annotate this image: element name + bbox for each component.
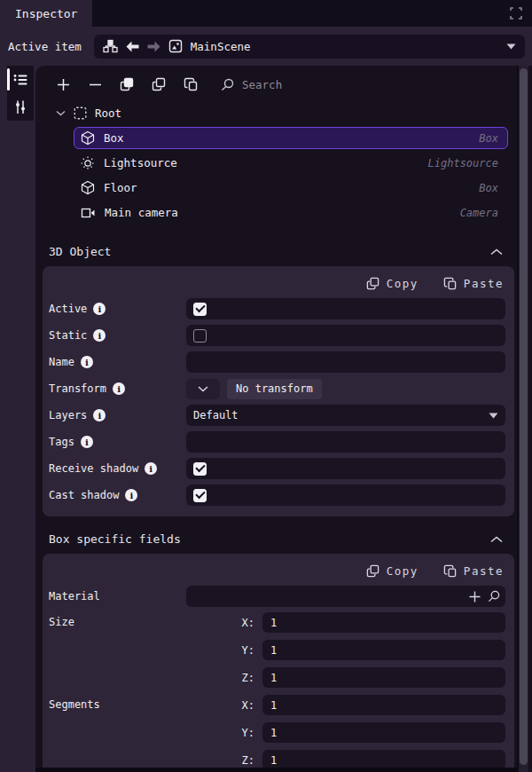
segments-y-row: Y: [49,722,505,743]
spacer [49,722,186,726]
material-field [186,586,505,607]
paste-icon [443,277,457,290]
tab-inspector[interactable]: Inspector [0,0,92,27]
paste-icon [443,564,457,578]
add-node-button[interactable] [56,77,70,91]
segments-y-field [262,722,505,743]
cast-shadow-checkbox[interactable] [193,489,207,502]
section-header-box-specific[interactable]: Box specific fields [35,522,517,554]
size-z-input[interactable] [270,672,497,684]
transform-expand-button[interactable] [186,379,220,399]
field-row-layers: Layers i Default [49,405,505,426]
tree-item-root[interactable]: Root [44,101,508,124]
name-input[interactable] [193,356,498,368]
field-label: Static i [49,329,186,342]
field-row-transform: Transform i No transform [49,378,505,399]
field-row-receive-shadow: Receive shadow i [49,458,505,479]
browse-material-button[interactable] [488,590,500,603]
tree-item-lightsource[interactable]: Lightsource Lightsource [74,152,508,174]
search-icon [221,78,234,91]
tree-item-label: Floor [104,181,479,194]
layers-select[interactable]: Default [186,405,505,426]
paste-node-button[interactable] [184,77,198,91]
material-input[interactable] [193,590,498,603]
cube-icon [81,180,95,195]
segments-label: Segments [49,695,186,711]
field-label: Layers i [49,409,186,421]
field-row-material: Material [49,586,505,607]
spacer [49,750,186,753]
size-y-input[interactable] [270,644,497,657]
active-checkbox[interactable] [193,303,207,316]
scrollbar-thumb[interactable] [520,68,528,765]
axis-z-label: Z: [186,672,262,684]
active-item-selector[interactable]: MainScene [94,35,525,59]
copy-button[interactable]: Copy [366,277,419,290]
field-label-text: Static [49,329,87,342]
copy-button-label: Copy [387,277,419,290]
tree-item-box[interactable]: Box Box [74,127,508,149]
caret-down-icon [506,43,516,50]
copy-icon [152,77,166,91]
size-x-input[interactable] [270,617,497,629]
size-x-row: Size X: [49,612,505,633]
field-label: Transform i [49,382,186,395]
field-label: Receive shadow i [49,462,186,475]
tags-input[interactable] [193,436,498,448]
tree-item-label: Box [104,131,479,145]
add-material-button[interactable] [469,591,481,603]
info-icon: i [81,436,93,448]
size-y-row: Y: [49,640,505,660]
copy-button[interactable]: Copy [366,564,419,578]
tree-item-label: Main camera [105,206,460,219]
receive-shadow-field [186,458,505,479]
segments-z-input[interactable] [270,754,497,767]
tags-field [186,431,505,453]
tree-item-floor[interactable]: Floor Box [74,177,508,199]
segments-x-row: Segments X: [49,695,505,715]
fullscreen-icon [510,7,522,20]
search-input[interactable] [242,78,508,91]
search-field [221,78,508,91]
rail-icon-panel [7,66,34,121]
section-title: Box specific fields [49,532,181,546]
receive-shadow-checkbox[interactable] [193,462,207,476]
tree-item-type: Lightsource [428,157,498,169]
paste-button[interactable]: Paste [443,564,504,578]
minus-icon [89,78,102,91]
paste-button[interactable]: Paste [443,277,504,290]
duplicate-node-button[interactable] [120,77,134,91]
sliders-icon [14,100,27,114]
hierarchy-toolbar [35,66,517,99]
field-label-text: Transform [49,382,106,395]
field-row-static: Static i [49,325,505,346]
size-x-field [262,612,505,633]
field-row-cast-shadow: Cast shadow i [49,484,505,506]
chevron-down-icon[interactable] [56,110,66,116]
scene-file-icon [168,39,183,53]
settings-view-button[interactable] [7,93,34,121]
remove-node-button[interactable] [88,77,102,91]
fullscreen-button[interactable] [504,1,528,26]
segments-y-input[interactable] [270,727,497,739]
body: Root Box Box [0,66,532,772]
forward-arrow-icon[interactable] [147,41,160,52]
chevron-up-icon[interactable] [490,248,503,256]
caret-down-icon [489,413,498,419]
tree-item-main-camera[interactable]: Main camera Camera [74,201,508,224]
left-rail [0,66,35,772]
field-label-text: Name [49,356,74,368]
scene-tree: Root Box Box [35,99,517,234]
hierarchy-icon [103,39,118,53]
hierarchy-view-button[interactable] [7,66,34,93]
tree-item-type: Camera [460,207,498,219]
tree-item-label: Lightsource [104,156,428,169]
copy-node-button[interactable] [152,77,166,91]
field-label-text: Tags [49,436,74,448]
static-checkbox[interactable] [193,329,207,343]
back-arrow-icon[interactable] [126,41,139,52]
section-header-3d-object[interactable]: 3D Object [35,234,517,266]
scrollbar-track[interactable] [517,66,532,772]
chevron-up-icon[interactable] [490,536,503,543]
segments-x-input[interactable] [270,699,497,712]
